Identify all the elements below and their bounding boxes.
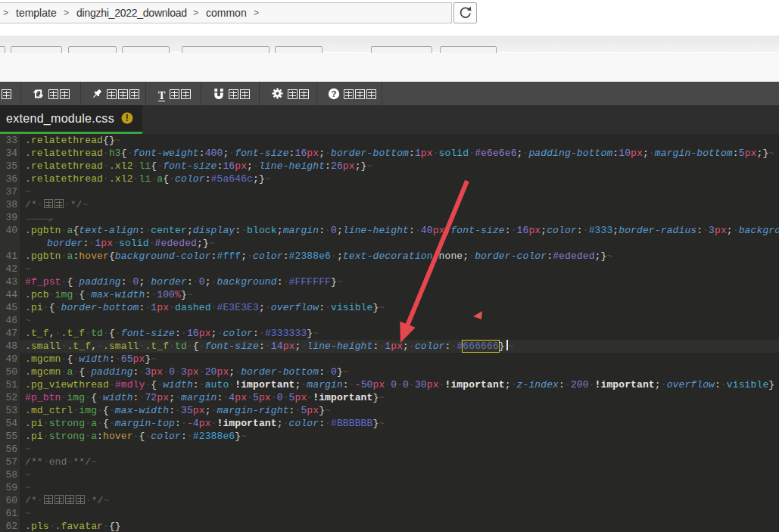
svg-text:?: ? [331,89,336,98]
svg-text:!: ! [126,113,129,123]
